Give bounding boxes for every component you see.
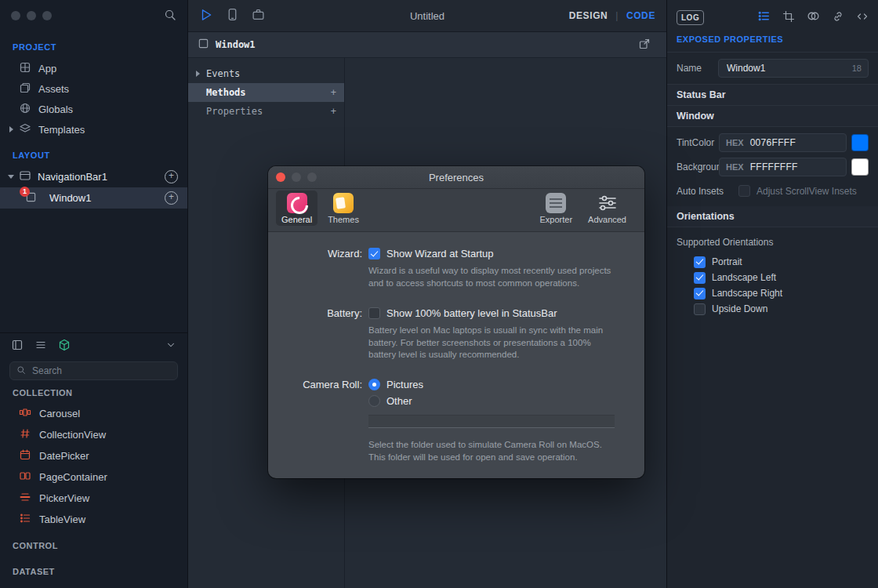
dialog-zoom-button[interactable] — [307, 172, 317, 182]
orientations-section-header[interactable]: Orientations — [667, 206, 878, 227]
portrait-checkbox[interactable] — [694, 256, 706, 268]
library-item-collectionview[interactable]: CollectionView — [0, 424, 187, 445]
layers-icon[interactable] — [11, 339, 24, 354]
auto-insets-label: Auto Insets — [677, 186, 731, 197]
design-mode-button[interactable]: DESIGN — [569, 10, 608, 21]
dialog-close-button[interactable] — [276, 172, 285, 182]
frame-icon[interactable] — [782, 10, 795, 25]
landscape-right-checkbox[interactable] — [694, 288, 706, 299]
adjust-scrollview-label: Adjust ScrollView Insets — [756, 186, 857, 197]
tintcolor-swatch[interactable] — [851, 134, 869, 151]
open-external-icon[interactable] — [638, 38, 651, 53]
search-input[interactable] — [31, 365, 171, 377]
sidebar-item-assets[interactable]: Assets — [0, 78, 187, 99]
pagecontainer-icon — [19, 470, 31, 485]
disclosure-triangle-icon[interactable] — [9, 126, 13, 132]
other-radio[interactable] — [368, 395, 380, 407]
landscape-left-checkbox[interactable] — [694, 272, 706, 284]
camera-roll-row: Camera Roll: Pictures — [268, 379, 644, 390]
tree-item-label: Properties — [206, 106, 263, 117]
tab-advanced[interactable]: Advanced — [582, 191, 632, 226]
dataset-group-header[interactable]: DATASET — [0, 561, 187, 582]
disclosure-down-icon[interactable] — [8, 175, 14, 179]
background-value: FFFFFFFF — [750, 162, 798, 172]
tab-exporter[interactable]: Exporter — [534, 191, 578, 226]
search-icon[interactable] — [164, 9, 176, 24]
battery-option-label: Show 100% battery level in StatusBar — [386, 307, 557, 319]
tree-item-methods[interactable]: Methods + — [188, 83, 344, 102]
tintcolor-row: TintColor HEX 0076FFFF — [667, 130, 878, 154]
dialog-titlebar[interactable]: Preferences — [268, 166, 644, 189]
orientation-option-landscape-left: Landscape Left — [667, 270, 878, 285]
chevron-down-icon[interactable] — [165, 339, 176, 353]
tree-item-events[interactable]: Events — [188, 64, 344, 83]
tab-themes[interactable]: Themes — [322, 191, 365, 226]
library-item-pickerview[interactable]: PickerView — [0, 488, 187, 509]
statusbar-section-header[interactable]: Status Bar — [667, 85, 878, 106]
library-tab-bar — [0, 333, 187, 358]
run-play-icon[interactable] — [199, 8, 213, 24]
name-input[interactable] — [725, 62, 830, 74]
adjust-scrollview-checkbox[interactable] — [738, 185, 750, 197]
library-item-carousel[interactable]: Carousel — [0, 403, 187, 424]
wizard-label: Wizard: — [268, 248, 362, 260]
sidebar-item-label: Templates — [38, 124, 85, 136]
control-group-header[interactable]: CONTROL — [0, 535, 187, 556]
globals-icon — [19, 102, 31, 117]
dialog-minimize-button[interactable] — [292, 172, 301, 182]
sidebar-item-globals[interactable]: Globals — [0, 99, 187, 119]
sidebar-item-window1[interactable]: 1 Window1 + — [0, 187, 187, 209]
tab-general[interactable]: General — [276, 191, 317, 226]
add-property-button[interactable]: + — [331, 106, 336, 117]
log-button[interactable]: LOG — [677, 10, 704, 25]
battery-description: Battery level on Mac laptops is usuall i… — [368, 325, 618, 362]
sidebar-item-app[interactable]: App — [0, 58, 187, 78]
window-section-header[interactable]: Window — [667, 106, 878, 127]
name-field[interactable]: 18 — [718, 59, 869, 78]
library-item-pagecontainer[interactable]: PageContainer — [0, 466, 187, 488]
minimize-button[interactable] — [27, 11, 36, 20]
components-cube-icon[interactable] — [58, 339, 71, 354]
add-button[interactable]: + — [165, 170, 178, 183]
sidebar-item-templates[interactable]: Templates — [0, 119, 187, 140]
window-titlebar — [0, 0, 187, 31]
sidebar-item-navigationbar1[interactable]: NavigationBar1 + — [0, 166, 187, 187]
auto-insets-row: Auto Insets Adjust ScrollView Insets — [667, 179, 878, 203]
disclosure-triangle-icon[interactable] — [196, 71, 200, 77]
background-swatch[interactable] — [851, 158, 869, 176]
library-item-tableview[interactable]: TableView — [0, 509, 187, 530]
inspector-panel: LOG EXPOSED PROPERTIES Name 18 Status Ba… — [666, 0, 878, 588]
layout-section-header: LAYOUT — [0, 140, 187, 166]
templates-icon — [19, 122, 31, 137]
other-label: Other — [386, 395, 412, 407]
connections-link-icon[interactable] — [832, 10, 844, 25]
list-icon[interactable] — [34, 339, 47, 354]
device-phone-icon[interactable] — [226, 8, 239, 24]
tree-item-properties[interactable]: Properties + — [188, 102, 344, 121]
properties-list-icon[interactable] — [757, 9, 771, 25]
battery-checkbox[interactable] — [368, 307, 380, 319]
briefcase-icon[interactable] — [252, 8, 265, 24]
close-button[interactable] — [11, 11, 20, 20]
general-icon — [287, 193, 307, 213]
code-tag-icon[interactable] — [856, 10, 869, 25]
camera-folder-field[interactable] — [368, 415, 615, 428]
pickerview-icon — [19, 491, 31, 506]
collection-group-header[interactable]: COLLECTION — [0, 382, 187, 403]
add-method-button[interactable]: + — [331, 87, 336, 98]
pictures-radio[interactable] — [368, 379, 380, 390]
code-mode-button[interactable]: CODE — [626, 10, 655, 21]
exporter-icon — [546, 193, 566, 213]
add-button[interactable]: + — [165, 191, 178, 205]
upside-down-checkbox[interactable] — [694, 303, 706, 315]
zoom-button[interactable] — [42, 11, 52, 20]
appearance-icon[interactable] — [807, 9, 820, 25]
wizard-checkbox[interactable] — [368, 248, 380, 260]
tintcolor-hex-field[interactable]: HEX 0076FFFF — [719, 133, 847, 152]
left-sidebar: PROJECT App Assets Globals Templates LAY… — [0, 0, 188, 588]
library-search[interactable] — [9, 361, 178, 380]
background-label: Background — [677, 162, 719, 172]
library-item-datepicker[interactable]: DatePicker — [0, 445, 187, 466]
background-hex-field[interactable]: HEX FFFFFFFF — [719, 158, 847, 176]
sidebar-item-label: App — [38, 63, 56, 74]
